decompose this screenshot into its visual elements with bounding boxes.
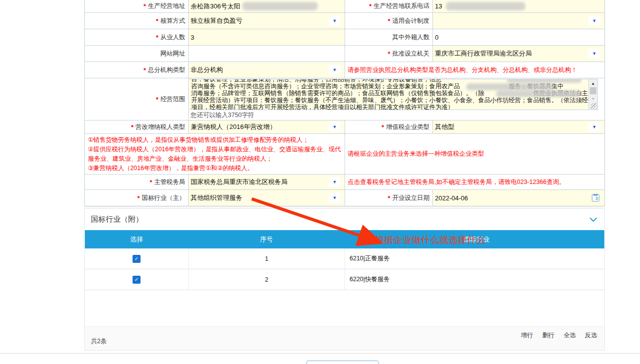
branch-type-label: * 总分机构类型: [85, 62, 188, 78]
tax-bureau-select[interactable]: 国家税务总局重庆市渝北区税务局 ▼: [188, 175, 345, 189]
vat-reform-type-select[interactable]: 兼营纳税人（2016年营改增） ▼: [188, 121, 345, 133]
row-checkbox[interactable]: ✓: [133, 276, 141, 284]
form-row-accounting: * 核算方式 独立核算自负盈亏 ▼ * 适用会计制度 ▼: [85, 13, 604, 29]
phone-input[interactable]: 13: [432, 0, 604, 12]
textarea-scrollbar[interactable]: ▲ ▼: [588, 79, 597, 110]
form-row-tax-bureau: * 主管税务局 国家税务总局重庆市渝北区税务局 ▼ 点击查看税务登记地主管税务局…: [85, 175, 604, 190]
redaction-blur: [507, 79, 581, 83]
required-mark: *: [156, 96, 158, 103]
dropdown-arrow-icon[interactable]: ▼: [588, 122, 600, 132]
dropdown-arrow-icon[interactable]: ▼: [329, 65, 341, 75]
opening-date-input[interactable]: 2022-04-06 3: [432, 190, 604, 206]
approval-authority-select[interactable]: 重庆市工商行政管理局渝北区分局 ▼: [432, 46, 604, 61]
accounting-system-label: * 适用会计制度: [345, 13, 432, 29]
tax-bureau-hint: 点击查看税务登记地主管税务局,如不确定主管税务局，请致电023-12366查询。: [345, 175, 604, 189]
address-input[interactable]: 余松路306号太阳: [188, 0, 345, 12]
industry-main-label: * 国标行业（主）: [85, 190, 188, 206]
select-all-link[interactable]: 全选: [564, 331, 576, 340]
accounting-method-select[interactable]: 独立核算自负盈亏 ▼: [188, 13, 345, 29]
calendar-icon[interactable]: 3: [592, 194, 599, 202]
redaction-blur: [466, 83, 555, 90]
business-scope-label: * 经营范围: [85, 78, 188, 120]
header-select: 选择: [85, 230, 188, 248]
redaction-blur: [446, 2, 525, 10]
scope-line: 项目，经相关部门批准后方可开展经营活动，具体经营项目以相关部门批准文件或许可证件…: [191, 104, 588, 110]
bottom-divider: [0, 353, 640, 354]
row-seq: 1: [188, 248, 345, 269]
form-row-business-scope: * 经营范围 目：餐饮管理；企业形象策划；清洁、消毒服务；日用品销售；环境保护专…: [85, 78, 604, 121]
scope-line: 开展经营活动）许可项目：餐饮服务；餐饮服务（不产生油烟、异味、废气）；小餐饮；小…: [191, 97, 588, 104]
website-input[interactable]: [188, 46, 345, 61]
vat-enterprise-type-select[interactable]: 其他型 ▼: [432, 121, 604, 133]
scroll-up-icon[interactable]: ▲: [589, 80, 597, 87]
vat-reform-type-label: * 营改增纳税人类型: [85, 121, 188, 133]
business-scope-textarea[interactable]: 目：餐饮管理；企业形象策划；清洁、消毒服务；日用品销售；环境保护专用设备销售；信…: [189, 79, 598, 110]
resize-grip-icon[interactable]: [591, 103, 597, 109]
approval-authority-label: * 批准设立机关: [345, 46, 432, 61]
delete-row-link[interactable]: 删行: [542, 331, 555, 340]
table-header-row: 选择 序号 国标行业: [85, 230, 604, 248]
table-row: ✓ 1 6210|正餐服务: [85, 248, 604, 269]
page: * 生产经营地址 余松路306号太阳 * 生产经营地联系电话 13 * 核算方式: [0, 0, 640, 364]
dropdown-arrow-icon[interactable]: ▼: [588, 49, 600, 59]
table-row: ✓ 2 6220|快餐服务: [85, 269, 604, 290]
required-mark: *: [156, 17, 158, 25]
section-title: 国标行业（附）: [91, 215, 143, 224]
branch-type-hint: 请参照营业执照总分机构类型是否为总机构、分支机构、分总机构、或非分总机构！: [345, 62, 604, 78]
table-actions: 增行 删行 全选 反选: [521, 331, 597, 340]
required-mark: *: [388, 50, 390, 58]
note-line: ①销售货物劳务纳税人，是指仅从事货物销售或提供加工修理修配劳务的纳税人；: [88, 135, 342, 145]
dropdown-arrow-icon[interactable]: ▼: [588, 16, 600, 26]
dropdown-arrow-icon[interactable]: ▼: [329, 177, 341, 187]
business-scope-cell: 目：餐饮管理；企业形象策划；清洁、消毒服务；日用品销售；环境保护专用设备销售；信…: [188, 78, 604, 120]
dropdown-arrow-icon[interactable]: ▼: [329, 16, 341, 26]
row-checkbox[interactable]: ✓: [133, 255, 141, 263]
note-line: ②提供应税行为纳税人（2016年营改增），是指从事邮政业、电信业、交通运输服务业…: [88, 145, 342, 164]
required-mark: *: [381, 123, 384, 131]
table-empty-area: [85, 290, 604, 326]
scrollbar-thumb[interactable]: [590, 87, 596, 94]
address-label: * 生产经营地址: [85, 0, 188, 12]
redaction-blur: [496, 90, 580, 97]
vat-taxpayer-notes: ①销售货物劳务纳税人，是指仅从事货物销售或提供加工修理修配劳务的纳税人； ②提供…: [85, 134, 345, 174]
row-industry[interactable]: 6220|快餐服务: [345, 269, 604, 290]
industry-main-select[interactable]: 其他组织管理服务 ▼: [188, 190, 345, 206]
required-mark: *: [137, 194, 140, 202]
form-row-industry-date: * 国标行业（主） 其他组织管理服务 ▼ * 开业设立日期 2022-04-06…: [85, 190, 604, 206]
required-mark: *: [156, 34, 158, 41]
total-count: 共2条: [91, 337, 107, 346]
chevron-down-icon[interactable]: [589, 217, 597, 222]
add-row-link[interactable]: 增行: [521, 331, 533, 340]
vat-enterprise-hint: 请根据企业的主营业务来选择一种增值税企业类型: [345, 134, 604, 174]
scroll-down-icon[interactable]: ▼: [589, 95, 597, 102]
vat-enterprise-type-label: * 增值税企业类型: [345, 121, 432, 133]
form-row-employees: * 从业人数 3 其中外籍人数 0: [85, 29, 604, 46]
table-footer: 增行 删行 全选 反选 共2条: [85, 326, 604, 350]
row-seq: 2: [188, 269, 345, 290]
phone-label: * 生产经营地联系电话: [345, 0, 432, 12]
required-mark: *: [369, 2, 371, 10]
dropdown-arrow-icon[interactable]: ▼: [329, 122, 341, 132]
form-row-website-authority: 网站网址 * 批准设立机关 重庆市工商行政管理局渝北区分局 ▼: [85, 46, 604, 62]
required-mark: *: [143, 66, 146, 74]
form-row-address-phone: * 生产经营地址 余松路306号太阳 * 生产经营地联系电话 13: [85, 0, 604, 13]
dropdown-arrow-icon[interactable]: ▼: [329, 193, 341, 203]
bottom-button[interactable]: [306, 361, 379, 364]
row-industry[interactable]: 6210|正餐服务: [345, 248, 604, 269]
annotation-text: 根据企业做什么就选择什么: [375, 234, 485, 246]
invert-selection-link[interactable]: 反选: [585, 331, 597, 340]
form-row-branch-type: * 总分机构类型 非总分机构 ▼ 请参照营业执照总分机构类型是否为总机构、分支机…: [85, 62, 604, 78]
form-row-vat-notes: ①销售货物劳务纳税人，是指仅从事货物销售或提供加工修理修配劳务的纳税人； ②提供…: [85, 134, 604, 175]
industry-attached-section: 国标行业（附） 选择 序号 国标行业 ✓ 1 6210|正餐服务 ✓ 2 622…: [84, 208, 605, 351]
website-label: 网站网址: [85, 46, 188, 61]
foreign-employees-input[interactable]: 0: [432, 29, 604, 45]
required-mark: *: [143, 2, 146, 10]
branch-type-select[interactable]: 非总分机构 ▼: [188, 62, 345, 78]
opening-date-label: * 开业设立日期: [345, 190, 432, 206]
employees-label: * 从业人数: [85, 29, 188, 45]
accounting-system-select[interactable]: ▼: [432, 13, 604, 29]
employees-input[interactable]: 3: [188, 29, 345, 45]
required-mark: *: [388, 194, 390, 202]
redaction-blur: [242, 2, 318, 10]
header-seq: 序号: [188, 230, 345, 248]
